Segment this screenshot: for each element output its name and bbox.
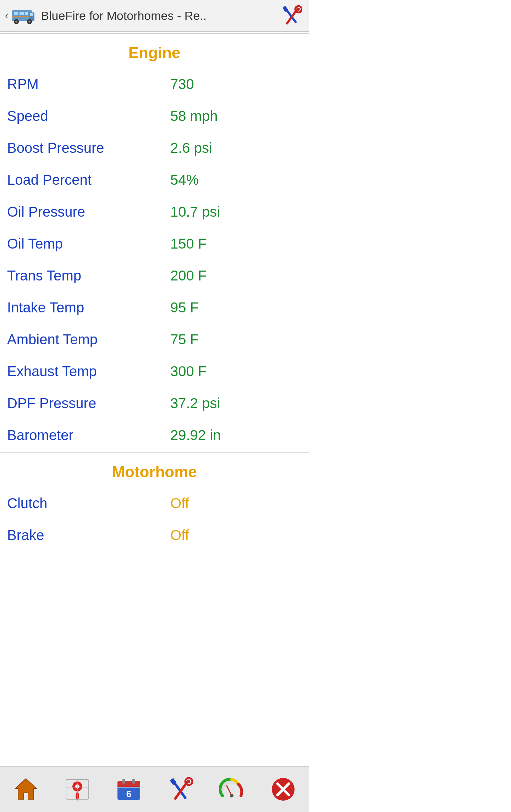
nav-calendar-button[interactable]: 6: [108, 770, 150, 809]
engine-row-4: Oil Pressure10.7 psi: [0, 196, 309, 228]
svg-point-9: [28, 21, 31, 23]
svg-point-7: [15, 21, 17, 23]
engine-row-11: Barometer29.92 in: [0, 419, 309, 451]
nav-home-button[interactable]: [5, 770, 47, 809]
app-icon: [11, 5, 36, 26]
svg-rect-3: [20, 12, 24, 15]
engine-value-1: 58 mph: [170, 108, 302, 124]
engine-value-3: 54%: [170, 172, 302, 188]
motorhome-row-1: BrakeOff: [0, 519, 309, 551]
calendar-icon: 6: [116, 777, 142, 802]
engine-motorhome-divider: [0, 452, 309, 453]
bottom-spacer: [0, 551, 309, 601]
motorhome-label-1: Brake: [7, 527, 170, 543]
engine-label-9: Exhaust Temp: [7, 363, 170, 379]
engine-row-9: Exhaust Temp300 F: [0, 355, 309, 387]
motorhome-value-1: Off: [170, 527, 302, 543]
svg-marker-16: [15, 779, 37, 799]
motorhome-label-0: Clutch: [7, 495, 170, 511]
engine-label-7: Intake Temp: [7, 300, 170, 316]
header-divider: [0, 33, 309, 34]
engine-label-0: RPM: [7, 76, 170, 92]
svg-rect-4: [25, 12, 28, 15]
motorhome-data-table: ClutchOffBrakeOff: [0, 487, 309, 551]
engine-value-0: 730: [170, 76, 302, 92]
engine-value-7: 95 F: [170, 300, 302, 316]
engine-label-1: Speed: [7, 108, 170, 124]
engine-value-4: 10.7 psi: [170, 204, 302, 220]
engine-value-11: 29.92 in: [170, 427, 302, 443]
header-title: BlueFire for Motorhomes - Re..: [41, 9, 279, 23]
engine-row-3: Load Percent54%: [0, 164, 309, 196]
engine-value-5: 150 F: [170, 236, 302, 252]
engine-label-8: Ambient Temp: [7, 332, 170, 347]
engine-label-5: Oil Temp: [7, 236, 170, 252]
tools-nav-icon: [167, 777, 193, 802]
settings-button[interactable]: [279, 5, 304, 26]
engine-label-11: Barometer: [7, 427, 170, 443]
engine-label-10: DPF Pressure: [7, 395, 170, 411]
engine-row-1: Speed58 mph: [0, 100, 309, 132]
motorhome-row-0: ClutchOff: [0, 487, 309, 519]
engine-label-3: Load Percent: [7, 172, 170, 188]
back-button[interactable]: ‹: [5, 10, 8, 21]
gauge-icon: [219, 777, 244, 802]
engine-row-10: DPF Pressure37.2 psi: [0, 387, 309, 419]
engine-label-2: Boost Pressure: [7, 140, 170, 156]
map-icon: [65, 777, 90, 802]
engine-data-table: RPM730Speed58 mphBoost Pressure2.6 psiLo…: [0, 68, 309, 451]
svg-rect-10: [12, 16, 29, 17]
engine-value-6: 200 F: [170, 268, 302, 284]
bottom-nav-bar: 6: [0, 766, 309, 812]
svg-point-33: [187, 780, 190, 783]
engine-row-6: Trans Temp200 F: [0, 260, 309, 291]
motorhome-section-title: Motorhome: [0, 455, 309, 487]
tools-icon: [281, 5, 302, 26]
svg-rect-5: [30, 13, 33, 16]
svg-text:6: 6: [126, 789, 131, 799]
svg-rect-2: [14, 12, 18, 15]
svg-rect-24: [117, 784, 140, 787]
nav-map-button[interactable]: [56, 770, 99, 809]
svg-point-15: [297, 8, 300, 11]
engine-value-2: 2.6 psi: [170, 140, 302, 156]
motorhome-value-0: Off: [170, 495, 302, 511]
svg-rect-27: [122, 779, 125, 784]
engine-label-4: Oil Pressure: [7, 204, 170, 220]
engine-value-9: 300 F: [170, 363, 302, 379]
home-icon: [13, 777, 39, 802]
nav-gauge-button[interactable]: [210, 770, 253, 809]
nav-tools-button[interactable]: [159, 770, 202, 809]
engine-label-6: Trans Temp: [7, 268, 170, 284]
engine-value-8: 75 F: [170, 332, 302, 347]
app-header: ‹ BlueFire for Motorhomes - Re..: [0, 0, 309, 32]
rv-icon-svg: [11, 6, 36, 26]
engine-row-7: Intake Temp95 F: [0, 291, 309, 323]
engine-value-10: 37.2 psi: [170, 395, 302, 411]
engine-section-title: Engine: [0, 35, 309, 68]
nav-close-button[interactable]: [262, 770, 304, 809]
svg-point-35: [230, 794, 233, 797]
svg-rect-28: [132, 779, 135, 784]
engine-row-5: Oil Temp150 F: [0, 228, 309, 260]
engine-row-2: Boost Pressure2.6 psi: [0, 132, 309, 164]
engine-row-0: RPM730: [0, 68, 309, 100]
engine-row-8: Ambient Temp75 F: [0, 323, 309, 355]
close-icon: [270, 777, 296, 802]
